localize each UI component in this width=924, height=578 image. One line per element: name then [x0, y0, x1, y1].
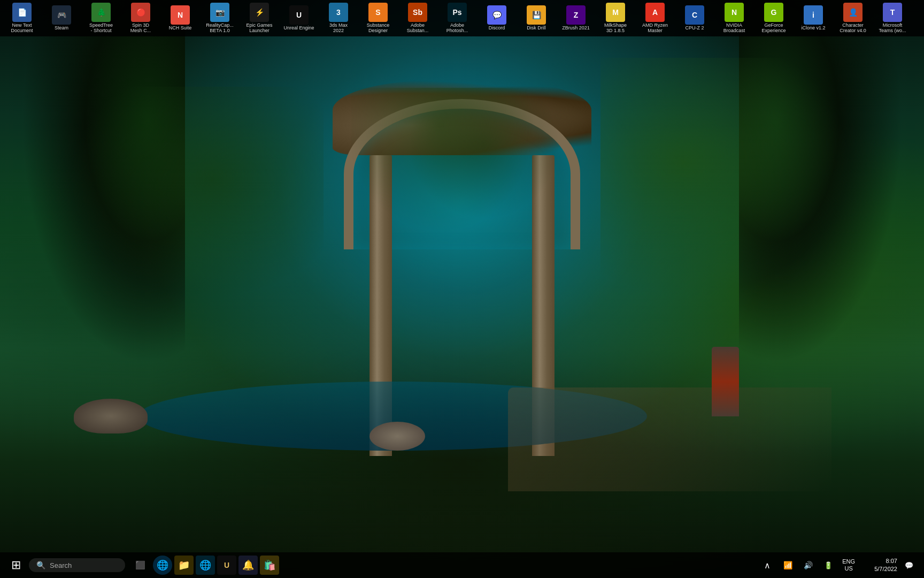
search-label: Search: [50, 561, 72, 569]
desktop-icon-iclone[interactable]: iiClone v1.2: [794, 1, 833, 35]
desktop-icon-spin3d[interactable]: 🔴Spin 3D Mesh C...: [121, 1, 160, 35]
desktop-icon-diskdrill[interactable]: 💾Disk Drill: [517, 1, 556, 35]
icon-image-epic: ⚡: [250, 3, 269, 22]
icon-label-milkshape: MilkShape 3D 1.8.5: [604, 23, 627, 34]
desktop-icon-substance[interactable]: SSubstance Designer: [359, 1, 397, 35]
start-button[interactable]: ⊞: [5, 554, 27, 576]
edge-browser-button[interactable]: 🌐: [196, 556, 215, 575]
network-icon[interactable]: 📶: [779, 557, 796, 574]
taskbar-bottom: ⊞ 🔍 Search ⬛ 🌐 📁 🌐 U 🔔 🛍️ ∧ 📶 🔊 🔋: [0, 552, 924, 578]
icon-image-character: 👤: [843, 3, 863, 22]
time-text: 8:07: [886, 557, 897, 565]
pillar-right: [532, 155, 554, 456]
icon-image-milkshape: M: [606, 3, 625, 22]
desktop-icon-geforce[interactable]: GGeForce Experience: [754, 1, 793, 35]
browser-icon[interactable]: 🌐: [153, 556, 172, 575]
rock-1: [74, 399, 148, 434]
icon-label-nch: NCH Suite: [169, 26, 192, 31]
icon-label-photoshop: Adobe Photosh...: [446, 23, 468, 34]
desktop-icon-realitycap[interactable]: 📷RealityCap... BETA 1.0: [201, 1, 239, 35]
icon-image-geforce: G: [764, 3, 783, 22]
ground-path: [508, 387, 831, 491]
icon-image-diskdrill: 💾: [527, 5, 546, 25]
icon-label-geforce: GeForce Experience: [761, 23, 786, 34]
desktop-icon-adobe-sub[interactable]: SbAdobe Substan...: [398, 1, 437, 35]
desktop-icon-unreal[interactable]: UUnreal Engine: [280, 1, 318, 35]
icon-label-zbrush: ZBrush 2021: [562, 26, 590, 31]
time-display[interactable]: 8:07 5/7/2022: [863, 557, 897, 574]
icon-label-teams: Microsoft Teams (wo...: [879, 23, 906, 34]
icon-label-unreal: Unreal Engine: [283, 26, 314, 31]
icon-label-steam: Steam: [55, 26, 68, 31]
desktop-icon-3dsmax[interactable]: 33ds Max 2022: [319, 1, 358, 35]
icon-label-cpuz: CPU-Z 2: [685, 26, 704, 31]
taskbar-left-section: ⊞ 🔍 Search ⬛ 🌐 📁 🌐 U 🔔 🛍️: [0, 554, 752, 576]
icon-image-substance: S: [368, 3, 388, 22]
language-text: ENG US: [842, 558, 855, 572]
desktop-icon-discord[interactable]: 💬Discord: [478, 1, 516, 35]
icon-image-3dsmax: 3: [329, 3, 348, 22]
sky-glow: [277, 43, 646, 361]
action-center-button[interactable]: 💬: [900, 557, 918, 574]
task-view-button[interactable]: ⬛: [129, 554, 151, 576]
icon-image-nch: N: [171, 5, 190, 25]
icon-label-amd: AMD Ryzen Master: [642, 23, 668, 34]
store-taskbar-button[interactable]: 🛍️: [260, 556, 279, 575]
tree-right: [739, 0, 924, 405]
icon-label-realitycap: RealityCap... BETA 1.0: [206, 23, 234, 34]
icon-image-cpuz: C: [685, 5, 704, 25]
desktop-icon-nvidia[interactable]: NNVIDIA Broadcast: [715, 1, 753, 35]
icon-image-spin3d: 🔴: [131, 3, 150, 22]
taskbar-right-section: ∧ 📶 🔊 🔋 ENG US 8:07 5/7/2022 💬: [752, 557, 924, 574]
desktop-icon-character[interactable]: 👤Character Creator v4.0: [834, 1, 872, 35]
icon-label-epic: Epic Games Launcher: [246, 23, 272, 34]
date-text: 5/7/2022: [874, 565, 897, 573]
desktop-icon-milkshape[interactable]: MMilkShape 3D 1.8.5: [596, 1, 635, 35]
icon-image-photoshop: Ps: [448, 3, 467, 22]
desktop-icon-steam[interactable]: 🎮Steam: [42, 1, 81, 35]
foliage-right: [600, 58, 877, 318]
icon-label-iclone: iClone v1.2: [801, 26, 825, 31]
icon-image-new-text-doc: 📄: [12, 3, 32, 22]
icon-image-amd: A: [645, 3, 665, 22]
file-explorer-button[interactable]: 📁: [174, 556, 194, 575]
scene-layer: [0, 0, 924, 578]
desktop-icon-cpuz[interactable]: CCPU-Z 2: [675, 1, 714, 35]
icon-image-nvidia: N: [725, 3, 744, 22]
icon-image-unreal: U: [289, 5, 309, 25]
icon-label-spin3d: Spin 3D Mesh C...: [130, 23, 151, 34]
icon-label-3dsmax: 3ds Max 2022: [329, 23, 348, 34]
desktop-icon-nch[interactable]: NNCH Suite: [161, 1, 199, 35]
icon-image-adobe-sub: Sb: [408, 3, 427, 22]
desktop-icon-teams[interactable]: TMicrosoft Teams (wo...: [873, 1, 912, 35]
chevron-up-icon[interactable]: ∧: [759, 557, 776, 574]
desktop-icon-zbrush[interactable]: ZZBrush 2021: [557, 1, 595, 35]
desktop-icon-epic[interactable]: ⚡Epic Games Launcher: [240, 1, 279, 35]
icon-image-steam: 🎮: [52, 5, 71, 25]
pillar-left: [369, 155, 391, 456]
volume-icon[interactable]: 🔊: [799, 557, 817, 574]
desktop-icon-photoshop[interactable]: PsAdobe Photosh...: [438, 1, 476, 35]
icon-image-discord: 💬: [487, 5, 506, 25]
icon-image-teams: T: [883, 3, 902, 22]
notification-taskbar-button[interactable]: 🔔: [238, 556, 258, 575]
search-bar[interactable]: 🔍 Search: [29, 558, 125, 572]
icon-label-nvidia: NVIDIA Broadcast: [723, 23, 745, 34]
desktop-icon-amd[interactable]: AAMD Ryzen Master: [636, 1, 674, 35]
desktop-icon-new-text-doc[interactable]: 📄New Text Document: [3, 1, 41, 35]
icon-image-speedtree: 🌲: [91, 3, 111, 22]
icon-image-iclone: i: [804, 5, 823, 25]
arch-top: [344, 99, 580, 249]
ruins-top: [333, 80, 591, 155]
icon-label-discord: Discord: [489, 26, 505, 31]
icon-label-diskdrill: Disk Drill: [527, 26, 546, 31]
vines: [351, 88, 573, 276]
battery-icon[interactable]: 🔋: [820, 557, 837, 574]
search-icon: 🔍: [36, 561, 45, 569]
language-indicator[interactable]: ENG US: [842, 558, 855, 572]
water-pond: [138, 382, 646, 451]
foliage-left: [46, 87, 323, 318]
arch-container: [277, 80, 646, 456]
unreal-taskbar-button[interactable]: U: [217, 556, 236, 575]
desktop-icon-speedtree[interactable]: 🌲SpeedTree - Shortcut: [82, 1, 120, 35]
